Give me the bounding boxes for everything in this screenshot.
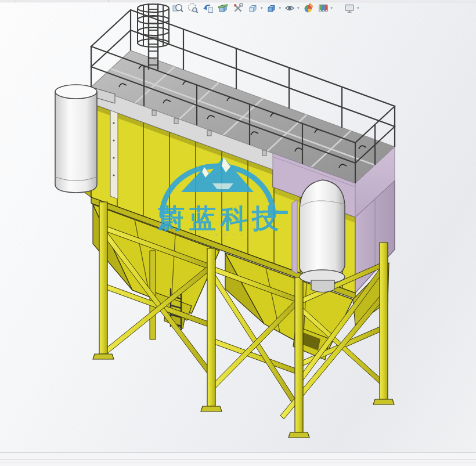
corner-channel <box>110 110 118 199</box>
display-style-button[interactable] <box>265 1 279 15</box>
apply-scene-icon <box>318 2 329 14</box>
display-style-caret[interactable]: ▾ <box>279 1 282 15</box>
apply-scene-caret[interactable]: ▾ <box>331 1 333 15</box>
dust-collector-model[interactable]: 蔚蓝科技 · · · · · · <box>55 3 395 438</box>
leg-back-right <box>380 243 388 399</box>
section-view-icon <box>217 2 229 14</box>
heads-up-view-toolbar: ▾ ▾ ▾ ▾ <box>171 1 360 15</box>
view-tools-button[interactable] <box>231 1 245 15</box>
edit-appearance-icon <box>302 2 314 14</box>
view-orientation-button[interactable] <box>246 1 260 15</box>
view-orientation-icon <box>247 2 259 14</box>
hide-show-items-caret[interactable]: ▾ <box>297 1 300 15</box>
leg-front-left <box>99 202 107 354</box>
model-canvas[interactable]: 蔚蓝科技 · · · · · · <box>0 0 476 452</box>
view-orientation-caret[interactable]: ▾ <box>261 1 263 15</box>
zoom-to-fit-button[interactable] <box>171 1 185 15</box>
apply-scene-button[interactable] <box>316 1 330 15</box>
leg-front-mid <box>207 248 215 406</box>
zoom-to-area-icon <box>187 2 199 14</box>
view-settings-button[interactable] <box>342 1 356 15</box>
zoom-to-area-button[interactable] <box>186 1 200 15</box>
hide-show-items-icon <box>284 2 295 14</box>
zoom-to-fit-icon <box>172 2 183 14</box>
cad-viewport[interactable]: 蔚蓝科技 · · · · · · <box>0 0 476 452</box>
hide-show-items-button[interactable] <box>283 1 297 15</box>
view-settings-icon <box>344 2 355 14</box>
display-style-icon <box>266 2 277 14</box>
previous-view-button[interactable] <box>201 1 215 15</box>
view-settings-caret[interactable]: ▾ <box>357 1 359 15</box>
leg-front-right <box>295 277 303 432</box>
edit-appearance-button[interactable] <box>301 1 315 15</box>
view-tools-icon <box>232 2 244 14</box>
section-view-button[interactable] <box>216 1 230 15</box>
status-bar <box>0 452 476 466</box>
previous-view-icon <box>202 2 214 14</box>
watermark-subtext: · · · · · · <box>199 232 245 238</box>
watermark-text: 蔚蓝科技 <box>157 203 283 234</box>
